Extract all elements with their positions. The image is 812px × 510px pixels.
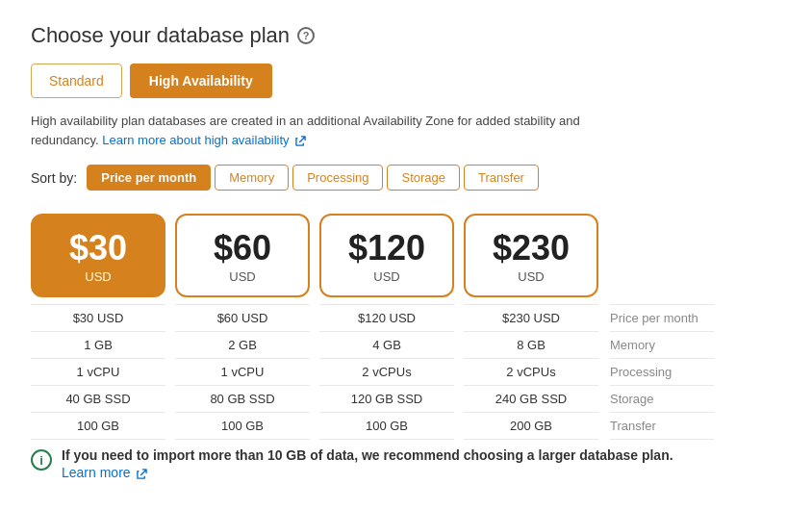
sort-label: Sort by: — [31, 170, 77, 186]
external-link-icon — [295, 136, 306, 146]
plan-1-memory: 2 GB — [175, 331, 310, 359]
plan-currency-1: USD — [229, 269, 255, 284]
plan-3-price_month: $230 USD — [464, 304, 598, 332]
plan-0-memory: 1 GB — [31, 331, 165, 359]
plan-2-memory: 4 GB — [319, 331, 454, 359]
plan-1-storage: 80 GB SSD — [175, 385, 310, 413]
learn-more-link[interactable]: Learn more — [62, 465, 673, 480]
info-banner-strong: If you need to import more than 10 GB of… — [62, 447, 673, 463]
plan-0-storage: 40 GB SSD — [31, 385, 165, 413]
data-rows: $30 USD1 GB1 vCPU40 GB SSD100 GB$60 USD2… — [31, 305, 781, 440]
sort-storage-button[interactable]: Storage — [387, 165, 460, 191]
plan-3-processing: 2 vCPUs — [464, 358, 598, 386]
high-availability-link[interactable]: Learn more about high availability — [102, 133, 306, 147]
plan-1-price_month: $60 USD — [175, 304, 310, 332]
high-availability-button[interactable]: High Availability — [130, 64, 272, 98]
plan-1-transfer: 100 GB — [175, 412, 310, 440]
data-col-3: $230 USD8 GB2 vCPUs240 GB SSD200 GB — [464, 305, 598, 440]
row-label-1: Memory — [610, 331, 714, 359]
plan-0-transfer: 100 GB — [31, 412, 165, 440]
help-icon[interactable]: ? — [297, 27, 315, 44]
learn-more-text: Learn more — [62, 465, 131, 480]
plan-price-0: $30 — [69, 231, 127, 266]
row-label-4: Transfer — [610, 412, 714, 440]
plan-toggle: Standard High Availability — [31, 64, 781, 98]
info-banner-text: If you need to import more than 10 GB of… — [62, 447, 673, 463]
row-label-2: Processing — [610, 358, 714, 386]
title-text: Choose your database plan — [31, 23, 290, 48]
plan-1-processing: 1 vCPU — [175, 358, 310, 386]
plan-price-3: $230 — [493, 231, 570, 266]
label-column: Price per monthMemoryProcessingStorageTr… — [598, 305, 714, 440]
sort-processing-button[interactable]: Processing — [292, 165, 383, 191]
info-circle-icon: i — [31, 449, 52, 471]
plan-0-price_month: $30 USD — [31, 304, 165, 332]
plan-2-processing: 2 vCPUs — [319, 358, 454, 386]
plan-card-0[interactable]: $30 USD — [31, 214, 165, 297]
standard-button[interactable]: Standard — [31, 64, 122, 98]
plan-2-transfer: 100 GB — [319, 412, 454, 440]
learn-more-external-icon — [137, 469, 147, 479]
plan-3-transfer: 200 GB — [464, 412, 598, 440]
plan-currency-0: USD — [85, 269, 111, 284]
data-cols-wrapper: $30 USD1 GB1 vCPU40 GB SSD100 GB$60 USD2… — [31, 305, 598, 440]
plan-3-memory: 8 GB — [464, 331, 598, 359]
sort-memory-button[interactable]: Memory — [215, 165, 289, 191]
row-label-0: Price per month — [610, 304, 714, 332]
cards-row: $30 USD $60 USD $120 USD $230 USD — [31, 214, 781, 297]
info-description: High availability plan databases are cre… — [31, 112, 589, 149]
data-col-2: $120 USD4 GB2 vCPUs120 GB SSD100 GB — [319, 305, 454, 440]
info-banner: i If you need to import more than 10 GB … — [31, 447, 781, 480]
plan-card-3[interactable]: $230 USD — [464, 214, 598, 297]
plan-0-processing: 1 vCPU — [31, 358, 165, 386]
plan-price-1: $60 — [214, 231, 271, 266]
sort-bar: Sort by: Price per month Memory Processi… — [31, 165, 781, 191]
plan-price-2: $120 — [348, 231, 425, 266]
plan-2-price_month: $120 USD — [319, 304, 454, 332]
plan-card-1[interactable]: $60 USD — [175, 214, 310, 297]
info-banner-content: If you need to import more than 10 GB of… — [62, 447, 673, 480]
plans-wrapper: $30 USD $60 USD $120 USD $230 USD $30 US… — [31, 214, 781, 440]
row-label-3: Storage — [610, 385, 714, 413]
sort-price-button[interactable]: Price per month — [87, 165, 211, 191]
sort-transfer-button[interactable]: Transfer — [464, 165, 539, 191]
plan-card-2[interactable]: $120 USD — [319, 214, 454, 297]
learn-more-ha-text: Learn more about high availability — [102, 133, 289, 147]
plan-currency-2: USD — [373, 269, 399, 284]
data-col-0: $30 USD1 GB1 vCPU40 GB SSD100 GB — [31, 305, 165, 440]
page-title: Choose your database plan ? — [31, 23, 781, 48]
plan-2-storage: 120 GB SSD — [319, 385, 454, 413]
plan-3-storage: 240 GB SSD — [464, 385, 598, 413]
plan-currency-3: USD — [518, 269, 544, 284]
data-col-1: $60 USD2 GB1 vCPU80 GB SSD100 GB — [175, 305, 310, 440]
